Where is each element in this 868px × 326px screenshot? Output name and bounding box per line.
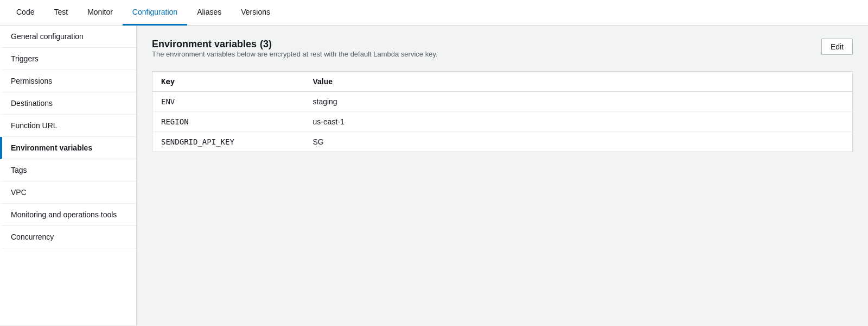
tab-versions[interactable]: Versions: [231, 0, 280, 26]
col-header-value: Value: [304, 72, 853, 92]
env-value: SG: [304, 132, 853, 152]
sidebar-item-environment-variables[interactable]: Environment variables: [0, 137, 136, 159]
sidebar-item-general-configuration[interactable]: General configuration: [0, 26, 136, 48]
sidebar-item-vpc[interactable]: VPC: [0, 181, 136, 204]
content-area: Environment variables (3) The environmen…: [137, 26, 868, 325]
sidebar-item-tags[interactable]: Tags: [0, 159, 136, 181]
env-key: SENDGRID_API_KEY: [152, 132, 304, 152]
sidebar-item-destinations[interactable]: Destinations: [0, 92, 136, 115]
tab-monitor[interactable]: Monitor: [78, 0, 123, 26]
section-count: (3): [260, 39, 272, 50]
section-header: Environment variables (3) The environmen…: [152, 39, 853, 67]
section-subtitle: The environment variables below are encr…: [152, 50, 438, 58]
edit-button[interactable]: Edit: [821, 39, 853, 55]
env-table: Key Value ENVstagingREGIONus-east-1SENDG…: [152, 71, 853, 152]
tab-bar: CodeTestMonitorConfigurationAliasesVersi…: [0, 0, 868, 26]
col-header-key: Key: [152, 72, 304, 92]
tab-test[interactable]: Test: [44, 0, 78, 26]
main-layout: General configurationTriggersPermissions…: [0, 26, 868, 325]
sidebar-item-concurrency[interactable]: Concurrency: [0, 226, 136, 248]
env-key: REGION: [152, 112, 304, 132]
section-title: Environment variables: [152, 39, 257, 50]
env-value: us-east-1: [304, 112, 853, 132]
tab-configuration[interactable]: Configuration: [123, 0, 187, 26]
sidebar-item-function-url[interactable]: Function URL: [0, 115, 136, 137]
tab-code[interactable]: Code: [7, 0, 44, 26]
table-row: REGIONus-east-1: [152, 112, 853, 132]
table-row: ENVstaging: [152, 92, 853, 112]
sidebar-item-monitoring-operations[interactable]: Monitoring and operations tools: [0, 204, 136, 226]
section-title-group: Environment variables (3) The environmen…: [152, 39, 438, 67]
sidebar-item-permissions[interactable]: Permissions: [0, 70, 136, 92]
sidebar-item-triggers[interactable]: Triggers: [0, 48, 136, 70]
table-row: SENDGRID_API_KEYSG: [152, 132, 853, 152]
env-key: ENV: [152, 92, 304, 112]
env-value: staging: [304, 92, 853, 112]
sidebar: General configurationTriggersPermissions…: [0, 26, 137, 325]
tab-aliases[interactable]: Aliases: [187, 0, 231, 26]
